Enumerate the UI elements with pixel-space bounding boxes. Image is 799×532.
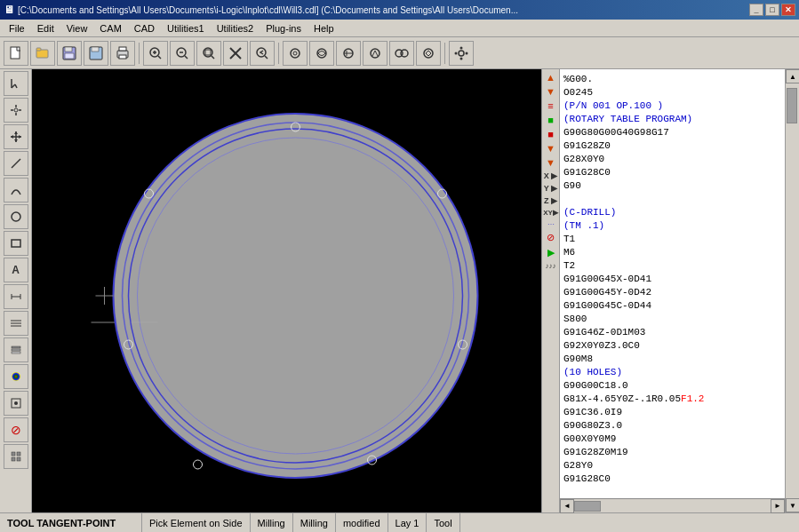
- tool-select1[interactable]: [283, 41, 308, 66]
- xy-axis-button[interactable]: XY▶: [543, 208, 559, 218]
- num-icon[interactable]: ⋯: [543, 219, 559, 229]
- save-button[interactable]: [57, 41, 82, 66]
- snap-tool[interactable]: [4, 98, 28, 123]
- x-axis-button[interactable]: X ▶: [543, 171, 559, 181]
- open-button[interactable]: [30, 41, 55, 66]
- scroll-right-button[interactable]: ►: [771, 499, 785, 513]
- hatch-tool[interactable]: [4, 311, 28, 336]
- svg-point-67: [14, 401, 18, 405]
- lay1-status: Lay 1: [388, 513, 427, 532]
- menu-cam[interactable]: CAM: [94, 21, 126, 36]
- move-tool[interactable]: [4, 124, 28, 149]
- scroll-thumb[interactable]: [787, 88, 797, 123]
- scroll-down-icon[interactable]: ▼: [543, 85, 559, 98]
- new-button[interactable]: [4, 41, 28, 66]
- circle-tool[interactable]: [4, 204, 28, 229]
- down-chevron1-icon[interactable]: ▼: [543, 142, 559, 155]
- arc-tool[interactable]: [4, 178, 28, 202]
- scroll-left-button[interactable]: ◄: [560, 499, 574, 513]
- close-button[interactable]: ✕: [781, 4, 795, 16]
- code-line: S800: [563, 313, 781, 326]
- menu-utilities1[interactable]: Utilities1: [162, 21, 210, 36]
- code-line: [563, 193, 781, 206]
- pointer-tool[interactable]: [4, 71, 28, 96]
- svg-line-17: [185, 56, 188, 59]
- modified-status: modified: [336, 513, 388, 532]
- y-axis-button[interactable]: Y ▶: [543, 183, 559, 194]
- tool-select4[interactable]: [363, 41, 388, 66]
- menu-view[interactable]: View: [61, 21, 93, 36]
- settings-button[interactable]: [449, 41, 474, 66]
- zoom-out-button[interactable]: [170, 41, 195, 66]
- svg-point-46: [14, 108, 18, 112]
- z-axis-button[interactable]: Z ▶: [543, 195, 559, 206]
- menu-icon[interactable]: ≡: [543, 99, 559, 112]
- code-line: G92X0Y0Z3.0C0: [563, 339, 781, 353]
- code-line: G91G00G45C-0D44: [563, 299, 781, 313]
- menu-utilities2[interactable]: Utilities2: [212, 21, 260, 36]
- color-tool[interactable]: [4, 364, 28, 389]
- green-arrow-icon[interactable]: ▶: [543, 246, 559, 259]
- code-line: G91G28Z0M19: [563, 446, 781, 459]
- layer-tool[interactable]: [4, 337, 28, 362]
- milling2-status: Milling: [293, 513, 336, 532]
- green-square-icon[interactable]: ■: [543, 114, 559, 126]
- milling1-status: Milling: [251, 513, 293, 532]
- music-notes-icon[interactable]: ♪♪♪: [543, 261, 559, 271]
- rectangle-tool[interactable]: [4, 231, 28, 256]
- canvas-area[interactable]: ▲ ▼ ≡ ■ ■ ▼ ▼ X ▶ Y ▶ Z ▶ XY▶ ⋯ ⊘ ▶ ♪♪♪: [32, 69, 559, 512]
- line-tool[interactable]: [4, 151, 28, 176]
- grid-tool[interactable]: [4, 444, 28, 469]
- scroll-up-button[interactable]: ▲: [786, 69, 799, 83]
- zoom-prev-button[interactable]: [250, 41, 275, 66]
- scroll-down-button[interactable]: ▼: [786, 498, 799, 512]
- tool-select2[interactable]: [309, 41, 334, 66]
- tool-select6[interactable]: [416, 41, 441, 66]
- zoom-in-button[interactable]: [143, 41, 168, 66]
- zoom-cross-button[interactable]: [223, 41, 248, 66]
- tool-select5[interactable]: [389, 41, 414, 66]
- svg-point-65: [12, 372, 20, 381]
- down-chevron2-icon[interactable]: ▼: [543, 156, 559, 169]
- tool-tangent-status: TOOL TANGENT-POINT: [0, 513, 142, 532]
- pick-element-status: Pick Element on Side: [142, 513, 251, 532]
- statusbar: TOOL TANGENT-POINT Pick Element on Side …: [0, 512, 799, 532]
- titlebar-title: [C:\Documents and Settings\All Users\Doc…: [18, 5, 518, 15]
- scroll-up-icon[interactable]: ▲: [543, 71, 559, 83]
- text-tool[interactable]: A: [4, 258, 28, 282]
- snap2-tool[interactable]: [4, 391, 28, 416]
- save2-button[interactable]: [84, 41, 108, 66]
- svg-rect-68: [12, 452, 15, 456]
- code-line: G90G00C18.0: [563, 379, 781, 393]
- delete-tool[interactable]: ⊘: [4, 417, 28, 442]
- code-display[interactable]: %G00. O0245 (P/N 001 OP.100 ) (ROTARY TA…: [560, 69, 785, 498]
- svg-rect-10: [119, 55, 126, 59]
- right-panel-container: %G00. O0245 (P/N 001 OP.100 ) (ROTARY TA…: [559, 69, 799, 512]
- menu-cad[interactable]: CAD: [129, 21, 160, 36]
- tool-select3[interactable]: [336, 41, 361, 66]
- scroll-hthumb[interactable]: [574, 501, 601, 512]
- svg-rect-62: [12, 346, 20, 348]
- menu-plugins[interactable]: Plug-ins: [260, 21, 307, 36]
- app-icon: 🖥: [4, 4, 14, 16]
- minimize-button[interactable]: _: [749, 4, 763, 16]
- scroll-track[interactable]: [786, 83, 799, 498]
- zoom-window-button[interactable]: [196, 41, 221, 66]
- svg-point-38: [466, 52, 468, 54]
- print-button[interactable]: [110, 41, 135, 66]
- svg-rect-9: [119, 47, 126, 51]
- titlebar-left: 🖥 [C:\Documents and Settings\All Users\D…: [4, 4, 518, 16]
- separator2: [278, 43, 279, 64]
- red-square-icon[interactable]: ■: [543, 128, 559, 140]
- code-line: (ROTARY TABLE PROGRAM): [563, 113, 781, 126]
- dimension-tool[interactable]: [4, 284, 28, 309]
- horizontal-scrollbar[interactable]: ◄ ►: [560, 498, 785, 512]
- menu-file[interactable]: File: [4, 21, 30, 36]
- maximize-button[interactable]: □: [765, 4, 779, 16]
- svg-rect-70: [12, 457, 15, 461]
- menu-help[interactable]: Help: [308, 21, 340, 36]
- no-entry-icon[interactable]: ⊘: [543, 231, 559, 244]
- menubar: File Edit View CAM CAD Utilities1 Utilit…: [0, 20, 799, 37]
- code-line: G91G28Z0: [563, 139, 781, 153]
- menu-edit[interactable]: Edit: [32, 21, 60, 36]
